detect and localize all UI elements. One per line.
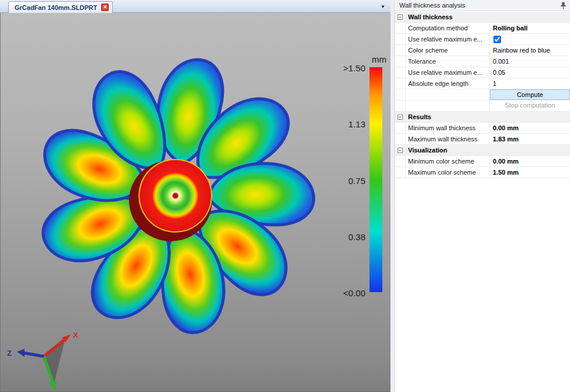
property-row: Tolerance0.001 [395, 56, 570, 67]
row-gutter [395, 167, 406, 178]
checkbox[interactable] [493, 36, 501, 43]
property-grid: −Wall thicknessComputation methodRolling… [395, 12, 570, 178]
group-header-results[interactable]: −Results [395, 112, 570, 123]
property-name: Absolute edge length [406, 78, 490, 89]
close-icon[interactable]: ✕ [101, 4, 109, 11]
property-value[interactable]: 0.00 mm [490, 123, 570, 133]
property-value [490, 34, 570, 44]
property-value[interactable]: 1.50 mm [490, 167, 570, 178]
property-name: Use relative maximum e... [406, 67, 490, 78]
scale-label: 0.38 [312, 232, 365, 242]
row-gutter [395, 156, 406, 166]
stop-computation-button[interactable]: Stop computation [490, 100, 570, 111]
x-axis-label: X [73, 331, 78, 339]
collapse-icon[interactable]: − [398, 148, 403, 153]
row-gutter [395, 56, 406, 67]
property-name: Tolerance [406, 56, 490, 67]
y-axis-label: Y [51, 384, 57, 392]
row-gutter [395, 45, 406, 55]
scale-label: <0.00 [312, 288, 365, 299]
collapse-icon[interactable]: − [398, 115, 403, 120]
tab-list-dropdown-icon[interactable]: ▼ [381, 4, 385, 9]
group-label: Results [406, 112, 431, 122]
row-gutter [395, 34, 406, 44]
property-value[interactable]: Rainbow red to blue [490, 45, 570, 55]
row-gutter [395, 134, 406, 144]
group-header-wall-thickness[interactable]: −Wall thickness [395, 12, 570, 23]
application-window: GrCadFan 140mm.SLDPRT ✕ ▼ [0, 0, 570, 392]
property-value[interactable]: 0.001 [490, 56, 570, 67]
property-value[interactable]: 1.83 mm [490, 134, 570, 144]
group-label: Visualization [406, 145, 447, 155]
property-name: Minimum color scheme [406, 156, 490, 166]
orientation-axes-widget[interactable]: X Y Z [7, 331, 78, 392]
axes-plane [44, 338, 65, 382]
row-gutter [395, 123, 406, 133]
property-name: Maximum color scheme [406, 167, 490, 178]
z-axis-arrowhead [17, 349, 25, 357]
group-label: Wall thickness [406, 12, 452, 22]
property-row: Computation methodRolling ball [395, 23, 570, 34]
property-row: Color schemeRainbow red to blue [395, 45, 570, 56]
property-row: Absolute edge length1 [395, 78, 570, 89]
property-row: Maximum color scheme1.50 mm [395, 167, 570, 178]
row-gutter [395, 100, 406, 111]
empty-cell [406, 89, 490, 100]
pin-icon[interactable] [560, 2, 566, 9]
collapse-icon[interactable]: − [398, 15, 403, 20]
scale-label: >1.50 [312, 63, 365, 74]
scale-unit-label: mm [372, 54, 386, 64]
fan-model[interactable] [16, 39, 335, 355]
panel-title: Wall thickness analysis [399, 2, 465, 9]
group-header-visualization[interactable]: −Visualization [395, 145, 570, 156]
document-tab[interactable]: GrCadFan 140mm.SLDPRT ✕ [8, 1, 113, 13]
color-scale-bar [369, 67, 382, 292]
property-value[interactable]: 1 [490, 78, 570, 89]
row-gutter [395, 23, 406, 33]
button-row: Compute [395, 89, 570, 100]
property-value[interactable]: Rolling ball [490, 23, 570, 33]
z-axis-label: Z [7, 349, 12, 358]
row-gutter [395, 67, 406, 78]
property-row: Minimum wall thickness0.00 mm [395, 123, 570, 134]
property-row: Use relative maximum e... [395, 34, 570, 45]
property-value[interactable]: 0.00 mm [490, 156, 570, 166]
property-row: Maximum wall thickness1.83 mm [395, 134, 570, 145]
document-area: GrCadFan 140mm.SLDPRT ✕ ▼ [0, 0, 391, 392]
z-axis-arrow [23, 353, 44, 356]
property-name: Color scheme [406, 45, 490, 55]
button-row: Stop computation [395, 100, 570, 112]
property-value[interactable]: 0.05 [490, 67, 570, 78]
viewport-3d[interactable]: X Y Z mm >1.501.130.750.38<0.00 [0, 13, 391, 392]
property-row: Minimum color scheme0.00 mm [395, 156, 570, 167]
row-gutter [395, 89, 406, 100]
property-name: Use relative maximum e... [406, 34, 490, 44]
compute-button[interactable]: Compute [490, 89, 570, 100]
property-row: Use relative maximum e...0.05 [395, 67, 570, 78]
group-gutter: − [395, 12, 406, 22]
property-name: Computation method [406, 23, 490, 33]
scale-label: 0.75 [312, 176, 365, 186]
group-gutter: − [395, 112, 406, 122]
property-name: Minimum wall thickness [406, 123, 490, 133]
document-tab-title: GrCadFan 140mm.SLDPRT [15, 4, 97, 11]
document-tab-bar: GrCadFan 140mm.SLDPRT ✕ ▼ [0, 0, 391, 13]
group-gutter: − [395, 145, 406, 155]
panel-header: Wall thickness analysis [395, 0, 570, 11]
wall-thickness-panel: Wall thickness analysis −Wall thicknessC… [394, 0, 570, 392]
row-gutter [395, 78, 406, 89]
property-name: Maximum wall thickness [406, 134, 490, 144]
scale-label: 1.13 [312, 119, 365, 130]
empty-cell [406, 100, 490, 111]
